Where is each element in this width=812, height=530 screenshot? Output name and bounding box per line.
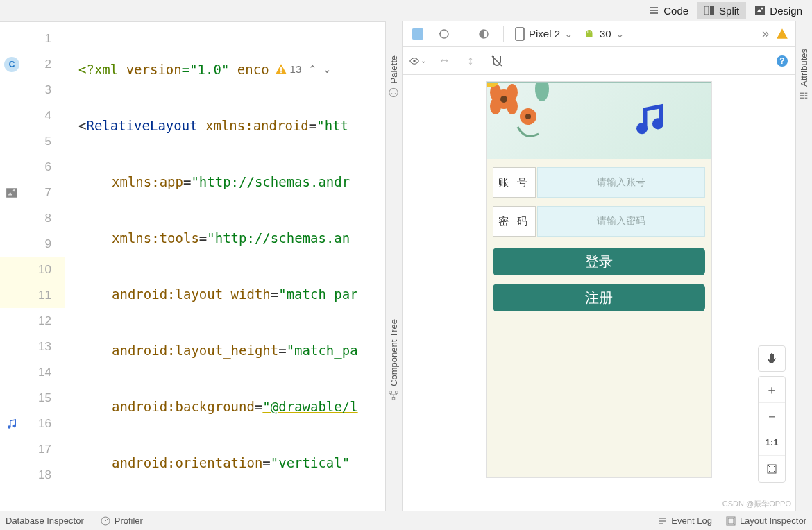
svg-rect-42 xyxy=(805,98,808,99)
night-mode-icon[interactable] xyxy=(475,26,492,42)
database-inspector-tab[interactable]: Database Inspector xyxy=(6,515,84,526)
gutter-6[interactable]: 6 xyxy=(0,154,65,180)
zoom-11-button[interactable]: 1:1 xyxy=(759,429,785,456)
chevron-up-icon[interactable]: ⌃ xyxy=(308,63,317,76)
code-line-6: android:layout_height="match_pa xyxy=(66,337,385,363)
line-gutter: 1 C 2 3 4 5 6 7 8 9 10 11 12 13 14 15 xyxy=(0,22,66,511)
gutter-14[interactable]: 14 xyxy=(0,359,65,385)
gutter-10[interactable]: 10 xyxy=(0,257,65,282)
attributes-tab[interactable]: Attributes xyxy=(799,49,809,101)
palette-tab[interactable]: Palette xyxy=(389,55,399,97)
register-button[interactable]: 注册 xyxy=(493,284,705,311)
account-input[interactable]: 请输入账号 xyxy=(537,167,705,198)
tab-design[interactable]: Design xyxy=(747,2,809,19)
chevron-down-icon[interactable]: ⌄ xyxy=(323,63,332,76)
code-text-area[interactable]: <?xml version="1.0" enco 13 ⌃ ⌄ <Relativ… xyxy=(66,22,385,511)
toolbar-overflow: » xyxy=(762,26,788,41)
svg-point-38 xyxy=(535,82,549,101)
help-icon[interactable]: ? xyxy=(776,55,788,67)
svg-marker-25 xyxy=(777,28,788,39)
attributes-side-tab: Attributes xyxy=(795,21,812,511)
more-icon[interactable]: » xyxy=(762,26,769,41)
login-button[interactable]: 登录 xyxy=(493,248,705,275)
zoom-fit-button[interactable] xyxy=(759,456,785,482)
code-line-8: android:orientation="vertical" xyxy=(66,450,385,475)
code-line-5: android:layout_width="match_par xyxy=(66,281,385,307)
svg-rect-45 xyxy=(800,95,804,96)
chevron-down-icon: ⌄ xyxy=(616,28,625,40)
zoom-out-button[interactable]: － xyxy=(759,403,785,429)
orientation-icon[interactable] xyxy=(436,26,452,42)
tab-split-label: Split xyxy=(719,5,739,17)
pan-button[interactable] xyxy=(758,345,786,372)
component-tree-tab[interactable]: Component Tree xyxy=(389,319,399,400)
zoom-in-button[interactable]: ＋ xyxy=(759,377,785,403)
arrows-h-icon[interactable]: ↔ xyxy=(436,53,452,69)
code-line-4: xmlns:tools="http://schemas.an xyxy=(66,225,385,250)
gutter-1[interactable]: 1 xyxy=(0,26,65,51)
eye-icon[interactable]: ⌄ xyxy=(409,53,426,69)
svg-point-15 xyxy=(391,93,393,94)
event-log-icon xyxy=(657,516,667,526)
svg-point-24 xyxy=(591,31,592,33)
event-log-tab[interactable]: Event Log xyxy=(657,515,712,526)
svg-point-34 xyxy=(507,98,518,114)
main-area: 1 C 2 3 4 5 6 7 8 9 10 11 12 13 14 15 xyxy=(0,21,812,511)
password-input[interactable]: 请输入密码 xyxy=(537,206,705,237)
gutter-9[interactable]: 9 xyxy=(0,231,65,257)
code-line-3: xmlns:app="http://schemas.andr xyxy=(66,169,385,194)
design-surface-icon[interactable] xyxy=(409,26,426,42)
profiler-tab[interactable]: Profiler xyxy=(101,515,143,526)
magnet-icon[interactable] xyxy=(489,53,505,69)
api-selector[interactable]: 30 ⌄ xyxy=(583,28,625,40)
svg-point-40 xyxy=(652,118,663,129)
gutter-12[interactable]: 12 xyxy=(0,308,65,334)
code-line-2: <RelativeLayout xmlns:android="htt xyxy=(66,112,385,138)
svg-point-13 xyxy=(389,88,398,96)
gutter-18[interactable]: 18 xyxy=(0,462,65,488)
gutter-5[interactable]: 5 xyxy=(0,128,65,154)
gutter-8[interactable]: 8 xyxy=(0,205,65,231)
bottom-toolbar: Database Inspector Profiler Event Log La… xyxy=(0,511,812,530)
gutter-7[interactable]: 7 xyxy=(0,180,65,205)
preview-canvas[interactable]: 账 号 请输入账号 密 码 请输入密码 登录 注册 ＋ － 1:1 xyxy=(403,75,795,511)
android-icon xyxy=(583,28,595,40)
music-note-icon xyxy=(631,100,669,138)
warning-icon[interactable] xyxy=(776,28,788,40)
gutter-13[interactable]: 13 xyxy=(0,334,65,359)
account-row: 账 号 请输入账号 xyxy=(493,167,705,198)
svg-point-14 xyxy=(395,93,396,94)
palette-icon xyxy=(389,87,399,97)
tab-code[interactable]: Code xyxy=(641,2,695,19)
layout-inspector-tab[interactable]: Layout Inspector xyxy=(726,515,806,526)
gutter-16[interactable]: 16 xyxy=(0,411,65,436)
gutter-17[interactable]: 17 xyxy=(0,436,65,462)
password-row: 密 码 请输入密码 xyxy=(493,206,705,237)
gutter-4[interactable]: 4 xyxy=(0,103,65,128)
preview-pane: Pixel 2 ⌄ 30 ⌄ » ⌄ ↔ ↕ xyxy=(402,21,795,511)
separator xyxy=(503,26,504,42)
device-selector[interactable]: Pixel 2 ⌄ xyxy=(515,27,573,41)
warnings-indicator[interactable]: 13 ⌃ ⌄ xyxy=(275,63,332,76)
image-annotation-icon[interactable] xyxy=(4,185,19,200)
arrows-v-icon[interactable]: ↕ xyxy=(462,53,479,69)
design-icon xyxy=(754,5,766,16)
gutter-15[interactable]: 15 xyxy=(0,385,65,411)
svg-rect-46 xyxy=(805,93,808,94)
music-annotation-icon[interactable] xyxy=(4,416,19,431)
tab-split[interactable]: Split xyxy=(697,2,746,19)
view-mode-tabs: Code Split Design xyxy=(641,0,812,21)
split-icon xyxy=(704,5,715,16)
gutter-11[interactable]: 11 xyxy=(0,282,65,308)
svg-point-23 xyxy=(587,31,589,33)
preview-toolbar-2: ⌄ ↔ ↕ ? xyxy=(403,47,795,75)
warning-icon xyxy=(275,63,287,76)
tab-design-label: Design xyxy=(770,5,802,17)
svg-point-26 xyxy=(413,60,416,62)
svg-point-9 xyxy=(13,424,17,427)
svg-text:?: ? xyxy=(779,56,784,66)
gutter-3[interactable]: 3 xyxy=(0,77,65,103)
class-annotation-icon[interactable]: C xyxy=(4,57,19,72)
gutter-2[interactable]: C 2 xyxy=(0,51,65,77)
account-label: 账 号 xyxy=(493,167,536,198)
